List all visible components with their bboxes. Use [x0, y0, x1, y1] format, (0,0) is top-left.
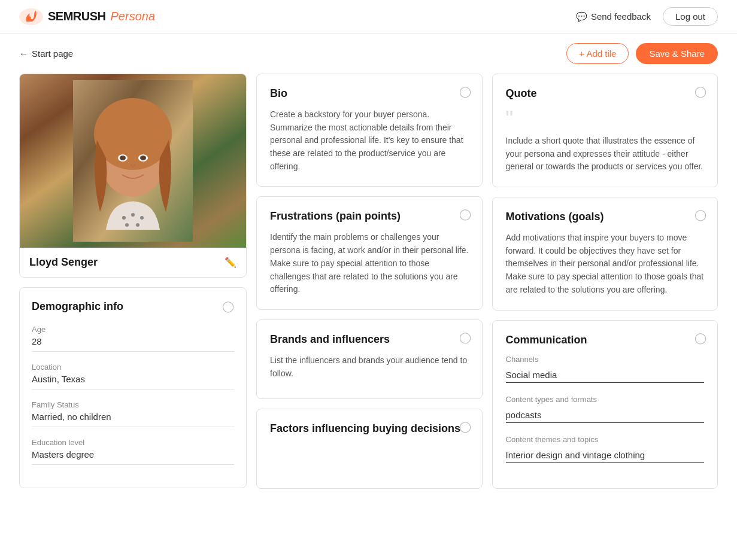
channels-label: Channels [506, 355, 705, 364]
family-value: Married, no children [32, 412, 234, 427]
frustrations-info-icon[interactable]: ◯ [459, 208, 471, 221]
middle-column: ◯ Bio Create a backstory for your buyer … [256, 74, 483, 489]
content-types-input[interactable] [506, 407, 705, 423]
toolbar-right: + Add tile Save & Share [566, 43, 718, 64]
svg-point-12 [136, 223, 139, 227]
svg-point-11 [125, 223, 129, 227]
profile-name: Lloyd Senger [29, 256, 98, 269]
communication-tile: ◯ Communication Channels Content types a… [492, 320, 718, 489]
svg-point-10 [140, 216, 144, 220]
svg-point-9 [131, 213, 135, 217]
motivations-title: Motivations (goals) [506, 211, 705, 223]
quote-tile: ◯ Quote " Include a short quote that ill… [492, 74, 718, 187]
frustrations-tile: ◯ Frustrations (pain points) Identify th… [256, 196, 483, 309]
brands-info-icon[interactable]: ◯ [459, 331, 471, 344]
content-themes-section: Content themes and topics [506, 435, 705, 463]
svg-point-7 [140, 156, 146, 160]
profile-card: Lloyd Senger ✏️ [19, 74, 247, 278]
communication-title: Communication [506, 334, 705, 346]
logout-button[interactable]: Log out [663, 7, 718, 26]
location-label: Location [32, 363, 234, 372]
toolbar: ← Start page + Add tile Save & Share [0, 34, 737, 74]
demographic-title: Demographic info [32, 300, 123, 313]
demographic-card: Demographic info ◯ Age 28 Location Austi… [19, 287, 247, 488]
demographic-field-education: Education level Masters degree [32, 438, 234, 465]
profile-avatar-svg [73, 80, 193, 242]
demographic-header: Demographic info ◯ [32, 300, 234, 313]
content-themes-input[interactable] [506, 448, 705, 463]
logo-area: SEMRUSH Persona [19, 8, 155, 25]
profile-image [20, 74, 246, 248]
brands-tile: ◯ Brands and influencers List the influe… [256, 319, 483, 399]
semrush-flame-icon [19, 8, 43, 25]
quote-body: Include a short quote that illustrates t… [506, 135, 705, 174]
frustrations-body: Identify the main problems or challenges… [270, 231, 469, 296]
factors-title: Factors influencing buying decisions [270, 422, 469, 435]
edit-profile-icon[interactable]: ✏️ [225, 257, 236, 268]
logo-persona-text: Persona [111, 10, 156, 23]
education-label: Education level [32, 438, 234, 447]
brands-title: Brands and influencers [270, 333, 469, 346]
brands-body: List the influencers and brands your aud… [270, 354, 469, 380]
motivations-tile: ◯ Motivations (goals) Add motivations th… [492, 197, 718, 310]
profile-name-row: Lloyd Senger ✏️ [20, 248, 246, 277]
right-column: ◯ Quote " Include a short quote that ill… [492, 74, 718, 489]
demographic-field-family: Family Status Married, no children [32, 400, 234, 427]
left-column: Lloyd Senger ✏️ Demographic info ◯ Age 2… [19, 74, 247, 489]
age-value: 28 [32, 336, 234, 352]
bio-body: Create a backstory for your buyer person… [270, 108, 469, 173]
quote-title: Quote [506, 87, 705, 100]
back-label: Start page [32, 48, 73, 59]
app-header: SEMRUSH Persona 💬 Send feedback Log out [0, 0, 737, 34]
back-arrow-icon: ← [19, 48, 28, 59]
bio-title: Bio [270, 87, 469, 100]
quote-info-icon[interactable]: ◯ [694, 85, 706, 98]
motivations-info-icon[interactable]: ◯ [694, 208, 706, 221]
send-feedback-link[interactable]: 💬 Send feedback [576, 11, 651, 22]
demographic-field-location: Location Austin, Texas [32, 363, 234, 389]
education-value: Masters degree [32, 449, 234, 465]
demographic-field-age: Age 28 [32, 325, 234, 352]
channels-section: Channels [506, 355, 705, 383]
age-label: Age [32, 325, 234, 334]
communication-info-icon[interactable]: ◯ [694, 331, 706, 345]
motivations-body: Add motivations that inspire your buyers… [506, 232, 705, 296]
content-themes-label: Content themes and topics [506, 435, 705, 444]
family-label: Family Status [32, 400, 234, 409]
content-types-label: Content types and formats [506, 395, 705, 404]
feedback-icon: 💬 [576, 11, 587, 22]
svg-point-8 [122, 216, 126, 220]
save-share-button[interactable]: Save & Share [636, 43, 718, 64]
add-tile-button[interactable]: + Add tile [566, 43, 629, 64]
main-content: Lloyd Senger ✏️ Demographic info ◯ Age 2… [0, 74, 737, 508]
bio-info-icon[interactable]: ◯ [459, 85, 471, 98]
back-link[interactable]: ← Start page [19, 48, 73, 59]
factors-info-icon[interactable]: ◯ [459, 420, 471, 433]
location-value: Austin, Texas [32, 374, 234, 389]
channels-input[interactable] [506, 367, 705, 383]
logo-semrush-text: SEMRUSH [48, 10, 106, 23]
quote-mark: " [506, 108, 705, 130]
bio-tile: ◯ Bio Create a backstory for your buyer … [256, 74, 483, 187]
frustrations-title: Frustrations (pain points) [270, 210, 469, 223]
header-right: 💬 Send feedback Log out [576, 7, 718, 26]
svg-point-5 [120, 156, 126, 160]
feedback-label: Send feedback [591, 11, 651, 22]
content-types-section: Content types and formats [506, 395, 705, 423]
demographic-info-icon[interactable]: ◯ [222, 300, 234, 313]
factors-tile: ◯ Factors influencing buying decisions [256, 409, 483, 488]
